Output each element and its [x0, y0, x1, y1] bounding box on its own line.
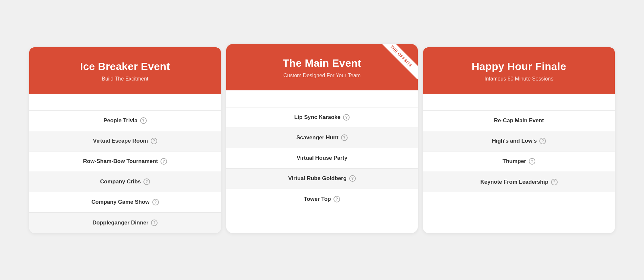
- column-ice-breaker: Ice Breaker EventBuild The ExcitmentPeop…: [29, 47, 221, 233]
- help-icon[interactable]: ?: [151, 138, 157, 144]
- column-title-happy-hour: Happy Hour Finale: [431, 60, 607, 73]
- help-icon[interactable]: ?: [333, 196, 340, 202]
- item-label: Lip Sync Karaoke: [294, 114, 341, 121]
- column-happy-hour: Happy Hour FinaleInfamous 60 Minute Sess…: [423, 47, 615, 233]
- spacer-row: [226, 90, 418, 107]
- item-inner: Virtual House Party: [297, 155, 348, 161]
- column-main-event: The Main EventCustom Designed For Your T…: [226, 44, 418, 233]
- list-item: Lip Sync Karaoke?: [226, 107, 418, 128]
- items-list-happy-hour: Re-Cap Main EventHigh's and Low's?Thumpe…: [423, 94, 615, 233]
- list-item: Keynote From Leadership?: [423, 172, 615, 192]
- column-header-happy-hour: Happy Hour FinaleInfamous 60 Minute Sess…: [423, 47, 615, 94]
- offsite-ribbon: THE OFFSITE: [375, 44, 418, 87]
- item-inner: Tower Top?: [304, 196, 340, 202]
- list-item: People Trivia?: [29, 111, 221, 131]
- item-label: Virtual Rube Goldberg: [288, 175, 347, 182]
- spacer-row: [29, 94, 221, 111]
- list-item: Company Cribs?: [29, 172, 221, 192]
- item-label: Company Game Show: [91, 199, 149, 205]
- item-label: Tower Top: [304, 196, 331, 202]
- help-icon[interactable]: ?: [151, 220, 158, 226]
- list-item: Company Game Show?: [29, 192, 221, 213]
- help-icon[interactable]: ?: [140, 117, 147, 124]
- item-label: Virtual Escape Room: [93, 138, 148, 144]
- item-inner: Company Game Show?: [91, 199, 159, 205]
- list-item: Virtual Escape Room?: [29, 131, 221, 152]
- help-icon[interactable]: ?: [143, 178, 150, 185]
- item-inner: Re-Cap Main Event: [494, 117, 544, 124]
- item-label: Row-Sham-Bow Tournament: [83, 158, 158, 165]
- item-label: Re-Cap Main Event: [494, 117, 544, 124]
- help-icon[interactable]: ?: [349, 175, 356, 182]
- item-inner: Scavenger Hunt?: [296, 134, 348, 141]
- column-subtitle-ice-breaker: Build The Excitment: [37, 76, 213, 82]
- help-icon[interactable]: ?: [341, 134, 348, 141]
- item-inner: Row-Sham-Bow Tournament?: [83, 158, 167, 165]
- help-icon[interactable]: ?: [539, 138, 546, 144]
- column-title-ice-breaker: Ice Breaker Event: [37, 60, 213, 73]
- offsite-ribbon-label: THE OFFSITE: [378, 44, 418, 79]
- item-inner: Thumper?: [503, 158, 535, 165]
- column-subtitle-happy-hour: Infamous 60 Minute Sessions: [431, 76, 607, 82]
- item-label: Keynote From Leadership: [480, 179, 548, 185]
- help-icon[interactable]: ?: [529, 158, 535, 165]
- help-icon[interactable]: ?: [551, 179, 558, 185]
- spacer-row: [423, 94, 615, 111]
- list-item: Scavenger Hunt?: [226, 128, 418, 148]
- item-label: Thumper: [503, 158, 526, 165]
- item-inner: Keynote From Leadership?: [480, 179, 557, 185]
- item-inner: High's and Low's?: [492, 138, 546, 144]
- item-inner: Doppleganger Dinner?: [93, 220, 158, 226]
- list-item: Thumper?: [423, 152, 615, 172]
- help-icon[interactable]: ?: [152, 199, 159, 205]
- items-list-ice-breaker: People Trivia?Virtual Escape Room?Row-Sh…: [29, 94, 221, 233]
- list-item: Virtual Rube Goldberg?: [226, 169, 418, 189]
- column-header-main-event: The Main EventCustom Designed For Your T…: [226, 44, 418, 90]
- item-label: Virtual House Party: [297, 155, 348, 161]
- item-label: People Trivia: [103, 117, 138, 124]
- item-inner: Lip Sync Karaoke?: [294, 114, 350, 121]
- item-inner: Virtual Rube Goldberg?: [288, 175, 356, 182]
- item-inner: Company Cribs?: [100, 178, 150, 185]
- item-label: High's and Low's: [492, 138, 537, 144]
- item-label: Doppleganger Dinner: [93, 220, 149, 226]
- item-label: Scavenger Hunt: [296, 134, 338, 141]
- item-label: Company Cribs: [100, 178, 141, 185]
- items-list-main-event: Lip Sync Karaoke?Scavenger Hunt?Virtual …: [226, 90, 418, 233]
- item-inner: People Trivia?: [103, 117, 147, 124]
- item-inner: Virtual Escape Room?: [93, 138, 157, 144]
- list-item: High's and Low's?: [423, 131, 615, 152]
- help-icon[interactable]: ?: [161, 158, 167, 165]
- list-item: Virtual House Party: [226, 148, 418, 169]
- pricing-table: Ice Breaker EventBuild The ExcitmentPeop…: [27, 47, 617, 233]
- list-item: Doppleganger Dinner?: [29, 213, 221, 233]
- column-header-ice-breaker: Ice Breaker EventBuild The Excitment: [29, 47, 221, 94]
- help-icon[interactable]: ?: [343, 114, 350, 121]
- list-item: Re-Cap Main Event: [423, 111, 615, 131]
- list-item: Tower Top?: [226, 189, 418, 209]
- list-item: Row-Sham-Bow Tournament?: [29, 152, 221, 172]
